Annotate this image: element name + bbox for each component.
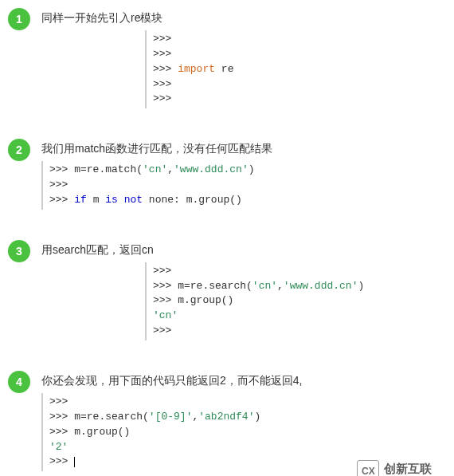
step-badge: 1 — [8, 8, 30, 30]
code-block: >>> m=re.match('cn','www.ddd.cn')>>>>>> … — [41, 161, 446, 210]
step-content: 你还会发现，用下面的代码只能返回2，而不能返回4, >>>>>> m=re.se… — [41, 371, 446, 471]
step-3: 3 用search匹配，返回cn >>>>>> m=re.search('cn'… — [0, 240, 446, 340]
step-1: 1 同样一开始先引入re模块 >>>>>>>>> import re>>>>>> — [0, 8, 446, 108]
step-badge: 4 — [8, 371, 30, 393]
step-heading: 我们用match函数进行匹配，没有任何匹配结果 — [41, 142, 446, 156]
code-block: >>>>>> m=re.search('cn','www.ddd.cn')>>>… — [145, 262, 446, 340]
step-content: 同样一开始先引入re模块 >>>>>>>>> import re>>>>>> — [41, 8, 446, 108]
step-badge: 2 — [8, 139, 30, 161]
step-content: 我们用match函数进行匹配，没有任何匹配结果 >>> m=re.match('… — [41, 139, 446, 210]
step-badge: 3 — [8, 240, 30, 262]
code-block: >>>>>>>>> import re>>>>>> — [145, 30, 446, 108]
watermark-text: 创新互联 CHUANG XINHULIAN — [384, 462, 446, 476]
watermark-logo-icon: CX — [357, 460, 379, 476]
step-heading: 同样一开始先引入re模块 — [41, 11, 446, 26]
step-heading: 用search匹配，返回cn — [41, 243, 446, 258]
step-2: 2 我们用match函数进行匹配，没有任何匹配结果 >>> m=re.match… — [0, 139, 446, 210]
step-4: 4 你还会发现，用下面的代码只能返回2，而不能返回4, >>>>>> m=re.… — [0, 371, 446, 471]
watermark-brand-cn: 创新互联 — [384, 462, 446, 474]
watermark: CX 创新互联 CHUANG XINHULIAN — [357, 460, 446, 476]
step-content: 用search匹配，返回cn >>>>>> m=re.search('cn','… — [41, 240, 446, 340]
step-heading: 你还会发现，用下面的代码只能返回2，而不能返回4, — [41, 374, 446, 388]
